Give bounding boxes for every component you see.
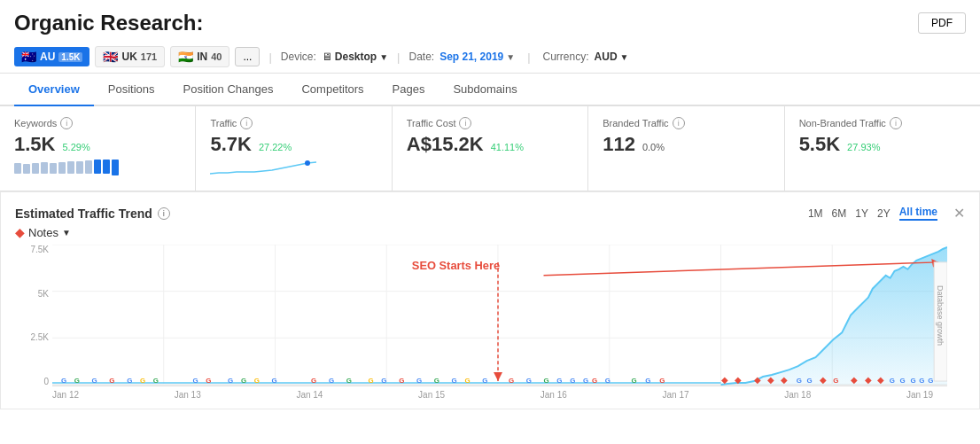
uk-flag-icon: 🇬🇧 (103, 50, 118, 64)
device-value: Desktop (335, 51, 377, 63)
traffic-change: 27.22% (259, 142, 292, 152)
x-label-jan19: Jan 19 (906, 390, 933, 400)
svg-text:◆: ◆ (735, 375, 742, 385)
time-btn-2y[interactable]: 2Y (877, 207, 891, 220)
traffic-sparkline (210, 160, 377, 180)
svg-text:G: G (127, 377, 132, 385)
keywords-change: 5.29% (62, 142, 89, 152)
svg-text:G: G (311, 377, 316, 385)
separator-currency: | (527, 51, 530, 64)
svg-rect-2 (32, 163, 39, 174)
svg-text:◆: ◆ (877, 375, 884, 385)
x-label-jan18: Jan 18 (784, 390, 811, 400)
more-countries-button[interactable]: ... (235, 47, 260, 66)
chart-info-icon[interactable]: i (158, 207, 170, 220)
tab-subdomains[interactable]: Subdomains (439, 74, 531, 105)
y-axis: 7.5K 5K 2.5K 0 (15, 245, 49, 386)
metrics-row: Keywords i 1.5K 5.29% (0, 106, 980, 191)
date-value: Sep 21, 2019 (439, 51, 503, 63)
uk-label: UK (121, 51, 136, 63)
metric-non-branded-traffic: Non-Branded Traffic i 5.5K 27.93% (785, 106, 980, 191)
svg-rect-5 (58, 162, 66, 174)
x-label-jan15: Jan 15 (418, 390, 445, 400)
time-btn-1y[interactable]: 1Y (855, 207, 868, 220)
pdf-button[interactable]: PDF (918, 12, 966, 34)
svg-text:◆: ◆ (851, 375, 858, 385)
notes-caret-icon[interactable]: ▼ (62, 228, 71, 238)
svg-text:G: G (74, 377, 80, 385)
date-selector[interactable]: Sep 21, 2019 ▼ (439, 51, 515, 63)
svg-text:G: G (482, 377, 487, 385)
branded-traffic-info-icon[interactable]: i (673, 117, 685, 129)
device-dropdown-icon: ▼ (379, 52, 388, 62)
notes-label[interactable]: Notes (28, 226, 58, 239)
svg-text:G: G (544, 377, 549, 385)
svg-rect-7 (76, 161, 83, 174)
traffic-label-row: Traffic i (210, 117, 377, 129)
svg-text:G: G (928, 377, 933, 385)
close-chart-button[interactable]: ✕ (953, 205, 965, 222)
tab-overview[interactable]: Overview (14, 74, 94, 106)
non-branded-traffic-change: 27.93% (847, 142, 880, 152)
svg-rect-0 (14, 163, 21, 174)
svg-text:G: G (434, 377, 439, 385)
y-label-7500: 7.5K (15, 245, 49, 254)
svg-text:G: G (890, 377, 895, 385)
country-tab-in[interactable]: 🇮🇳 IN 40 (170, 46, 229, 67)
svg-text:◆: ◆ (781, 375, 788, 385)
traffic-cost-change: 41.11% (491, 142, 524, 152)
tab-pages[interactable]: Pages (378, 74, 439, 105)
metric-keywords: Keywords i 1.5K 5.29% (0, 106, 196, 191)
keywords-info-icon[interactable]: i (60, 117, 73, 129)
currency-value: AUD (595, 51, 618, 63)
svg-text:G: G (526, 377, 532, 385)
time-btn-6m[interactable]: 6M (832, 207, 847, 220)
svg-rect-10 (103, 160, 110, 174)
time-btn-alltime[interactable]: All time (899, 206, 937, 221)
svg-text:G: G (464, 377, 470, 385)
non-branded-label-row: Non-Branded Traffic i (799, 117, 966, 129)
in-flag-icon: 🇮🇳 (178, 50, 193, 64)
y-label-0: 0 (15, 377, 49, 386)
svg-text:G: G (900, 377, 906, 385)
au-label: AU (40, 51, 55, 63)
country-tab-uk[interactable]: 🇬🇧 UK 171 (95, 46, 165, 67)
svg-text:◆: ◆ (767, 375, 774, 385)
svg-text:G: G (452, 377, 457, 385)
tab-competitors[interactable]: Competitors (287, 74, 377, 105)
non-branded-info-icon[interactable]: i (890, 117, 902, 129)
x-label-jan16: Jan 16 (541, 390, 567, 400)
x-label-jan13: Jan 13 (175, 390, 201, 400)
svg-point-12 (305, 160, 310, 166)
svg-text:G: G (329, 377, 334, 385)
nav-tabs-bar: Overview Positions Position Changes Comp… (0, 74, 980, 106)
non-branded-traffic-value: 5.5K (799, 133, 840, 156)
device-label: Device: (281, 51, 316, 63)
traffic-cost-info-icon[interactable]: i (459, 117, 471, 129)
currency-selector[interactable]: AUD ▼ (595, 51, 629, 63)
svg-text:G: G (228, 377, 233, 385)
svg-text:G: G (368, 377, 373, 385)
svg-text:◆: ◆ (721, 375, 728, 385)
chart-title: Estimated Traffic Trend i (15, 206, 170, 221)
x-axis-labels: Jan 12 Jan 13 Jan 14 Jan 15 Jan 16 Jan 1… (52, 390, 947, 400)
keywords-value: 1.5K (14, 133, 55, 156)
db-growth-label: Database growth (933, 253, 947, 378)
svg-text:G: G (797, 377, 802, 385)
traffic-info-icon[interactable]: i (240, 117, 253, 129)
svg-text:G: G (645, 377, 650, 385)
desktop-icon: 🖥 (322, 51, 332, 63)
country-tab-au[interactable]: 🇦🇺 AU 1.5K (14, 47, 89, 66)
in-label: IN (197, 51, 207, 63)
y-label-5000: 5K (15, 289, 49, 299)
time-btn-1m[interactable]: 1M (808, 207, 823, 220)
svg-text:G: G (192, 377, 198, 385)
tab-positions[interactable]: Positions (94, 74, 169, 105)
svg-rect-11 (112, 160, 119, 175)
svg-text:G: G (272, 377, 277, 385)
svg-text:◆: ◆ (865, 375, 872, 385)
device-selector[interactable]: 🖥 Desktop ▼ (322, 51, 388, 63)
tab-position-changes[interactable]: Position Changes (169, 74, 288, 105)
svg-rect-9 (94, 160, 101, 174)
date-label: Date: (408, 51, 434, 63)
